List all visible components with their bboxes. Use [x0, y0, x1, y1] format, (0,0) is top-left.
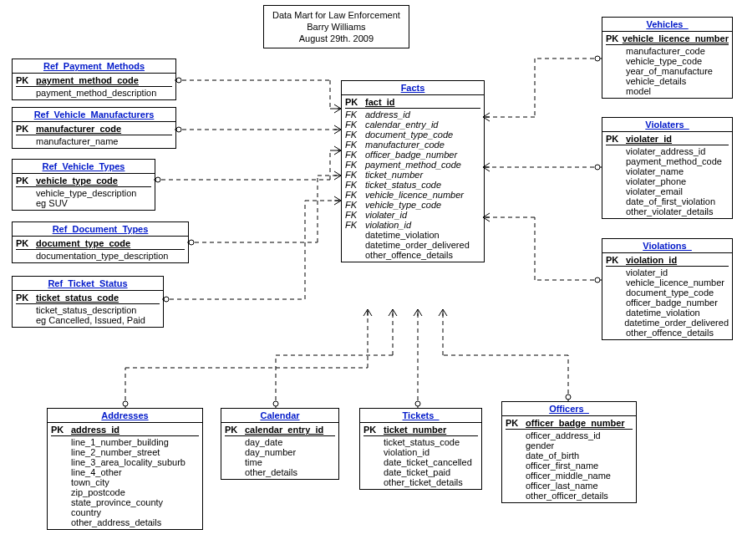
attr-row: country — [51, 507, 199, 517]
attr: manufacturer_code — [626, 46, 705, 56]
attr-row: datetime_order_delivered — [606, 318, 729, 328]
title-line-1: Data Mart for Law Enforcement — [272, 9, 400, 21]
attr: officer_badge_number — [626, 298, 718, 308]
attr-row: documentation_type_description — [16, 251, 185, 261]
attr: violation_id — [384, 447, 429, 457]
attr-row: line_1_number_building — [51, 437, 199, 447]
attr: country — [71, 507, 101, 517]
attr-row: FKviolation_id — [345, 220, 480, 230]
attr: line_1_number_building — [71, 437, 169, 447]
attr: ticket_status_description — [36, 305, 136, 315]
attr-row: other_violater_details — [606, 206, 729, 216]
attr-row: violater_name — [606, 166, 729, 176]
diagram-title: Data Mart for Law Enforcement Barry Will… — [263, 5, 409, 48]
attr-row: FKofficer_badge_number — [345, 150, 480, 160]
attr: eg SUV — [36, 198, 68, 208]
attr-row: officer_first_name — [506, 461, 633, 471]
attr: state_province_county — [71, 497, 163, 507]
attr-row: date_of_first_violation — [606, 196, 729, 206]
rel-mfr-facts — [175, 125, 341, 134]
attr-row: eg SUV — [16, 198, 151, 208]
attr-row: payment_method_description — [16, 88, 172, 98]
rel-officers-facts — [439, 309, 571, 401]
entity-officers: Officers_ PKofficer_badge_numberofficer_… — [501, 401, 637, 503]
attr: payment_method_code — [365, 160, 461, 170]
entity-ref-payment: Ref_Payment_Methods PKpayment_method_cod… — [12, 59, 176, 100]
entity-title: Tickets_ — [360, 409, 481, 423]
attr: violation_id — [365, 220, 411, 230]
pk: vehicle_type_code — [36, 176, 118, 186]
svg-point-31 — [123, 401, 128, 406]
attr-row: ticket_status_description — [16, 305, 160, 315]
attr-row: date_ticket_cancelled — [363, 457, 478, 467]
title-line-3: August 29th. 2009 — [272, 33, 400, 44]
svg-point-41 — [566, 395, 571, 400]
attr-row: violater_email — [606, 186, 729, 196]
attr-row: violation_id — [363, 447, 478, 457]
attr-row: vehicle_type_code — [606, 56, 729, 66]
attr: ticket_status_code — [365, 180, 441, 190]
attr: other_address_details — [71, 517, 161, 527]
attr: other_violater_details — [626, 206, 714, 216]
entity-ref-vtype: Ref_Vehicle_Types PKvehicle_type_codeveh… — [12, 159, 155, 211]
attr: time — [245, 457, 262, 467]
attr: datetime_violation — [365, 230, 440, 240]
pk: officer_badge_number — [526, 418, 625, 428]
svg-point-27 — [595, 277, 600, 283]
rel-payment-facts — [175, 78, 341, 113]
attr: datetime_violation — [626, 308, 700, 318]
entity-title: Violations_ — [602, 239, 732, 253]
attr-row: datetime_violation — [606, 308, 729, 318]
entity-title: Ref_Ticket_Status — [13, 277, 163, 291]
attr: violater_email — [626, 186, 683, 196]
entity-title: Facts — [342, 81, 484, 95]
attr-row: eg Cancelled, Issued, Paid — [16, 315, 160, 325]
attr-row: violater_id — [606, 267, 729, 277]
attr: violater_name — [626, 166, 684, 176]
attr: other_offence_details — [626, 328, 714, 338]
attr-row: state_province_county — [51, 497, 199, 507]
attr-row: officer_last_name — [506, 481, 633, 491]
rel-vtype-facts — [154, 146, 341, 182]
attr-row: ticket_status_code — [363, 437, 478, 447]
attr: date_ticket_paid — [384, 467, 450, 477]
attr-row: officer_address_id — [506, 430, 633, 440]
entity-title: Ref_Payment_Methods — [13, 59, 175, 74]
attr-row: FKcalendar_entry_id — [345, 120, 480, 130]
title-line-2: Barry Williams — [272, 21, 400, 33]
attr: vehicle_type_code — [365, 200, 441, 210]
attr: officer_middle_name — [526, 471, 611, 481]
attr-row: town_city — [51, 477, 199, 487]
attr-row: violater_phone — [606, 176, 729, 186]
rel-violations-facts — [483, 213, 602, 283]
attr: ticket_number — [365, 170, 423, 180]
entity-addresses: Addresses PKaddress_idline_1_number_buil… — [47, 408, 203, 530]
entity-title: Violaters_ — [602, 118, 732, 132]
pk: payment_method_code — [36, 75, 139, 85]
attr: line_3_area_locality_suburb — [71, 457, 186, 467]
svg-point-3 — [176, 78, 181, 83]
rel-tickets-facts — [414, 309, 422, 408]
attr-row: time — [225, 457, 335, 467]
attr: document_type_code — [365, 130, 453, 140]
attr: manufacturer_code — [365, 140, 445, 150]
entity-ref-mfr: Ref_Vehicle_Manufacturers PKmanufacturer… — [12, 107, 176, 149]
entity-title: Calendar — [221, 409, 338, 423]
pk: manufacturer_code — [36, 124, 121, 134]
attr-row: payment_method_code — [606, 156, 729, 166]
attr-row: line_3_area_locality_suburb — [51, 457, 199, 467]
attr: violater_id — [626, 267, 668, 277]
attr-row: manufacturer_code — [606, 46, 729, 56]
attr: other_ticket_details — [384, 477, 463, 487]
attr-row: FKvehicle_type_code — [345, 200, 480, 210]
attr: violater_phone — [626, 176, 686, 186]
entity-tickets: Tickets_ PKticket_numberticket_status_co… — [359, 408, 482, 490]
attr-row: year_of_manufacture — [606, 66, 729, 76]
attr-row: vehicle_details — [606, 76, 729, 86]
attr-row: FKticket_number — [345, 170, 480, 180]
attr-row: officer_middle_name — [506, 471, 633, 481]
pk: address_id — [71, 425, 119, 435]
attr: ticket_status_code — [384, 437, 460, 447]
attr: document_type_code — [626, 288, 714, 298]
pk: ticket_number — [384, 425, 446, 435]
